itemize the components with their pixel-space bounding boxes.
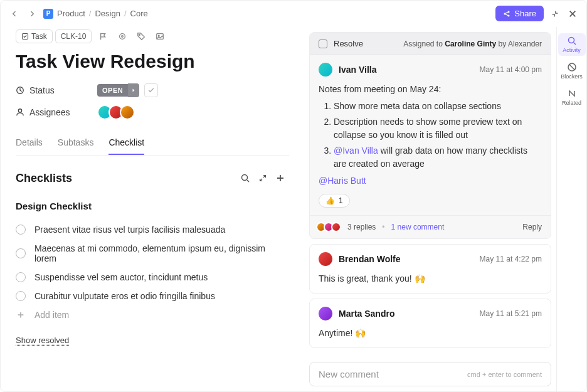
check-circle[interactable] [16,272,26,282]
mention[interactable]: @Haris Butt [319,176,366,186]
comment-time: May 11 at 4:00 pm [480,65,542,74]
check-circle[interactable] [16,291,26,301]
svg-point-4 [120,34,125,40]
resolve-checkbox[interactable] [319,40,327,48]
tab-subtasks[interactable]: Subtasks [58,131,94,155]
tab-details[interactable]: Details [16,131,43,155]
check-circle[interactable] [16,248,26,258]
svg-point-10 [18,109,21,112]
status-value[interactable]: OPEN [97,84,128,97]
svg-point-11 [242,175,248,181]
top-bar: P Product / Design / Core Share [1,1,586,27]
svg-point-8 [159,35,160,36]
tabs: Details Subtasks Checklist [16,131,289,156]
comment-author[interactable]: Brendan Wolfe [339,254,401,264]
sidebar-blockers[interactable]: Blockers [558,60,586,82]
check-circle[interactable] [16,225,26,235]
show-resolved-link[interactable]: Show resolved [16,336,69,345]
task-id-badge[interactable]: CLK-10 [55,29,92,43]
assignee-avatars[interactable] [97,105,135,120]
status-next-button[interactable] [128,83,139,97]
target-icon[interactable] [115,29,129,43]
back-button[interactable] [8,8,21,20]
sidebar-activity[interactable]: Activity [558,33,586,56]
new-comment-input[interactable]: New comment cmd + enter to comment [309,362,551,386]
comment: Brendan Wolfe May 11 at 4:22 pm This is … [309,244,551,294]
collapse-icon[interactable] [549,8,561,20]
reply-avatars[interactable] [319,222,341,232]
right-sidebar: Activity Blockers Related [556,27,586,391]
checklist-item[interactable]: Suspendisse vel sem auctor, tincidunt me… [16,268,289,287]
comment-time: May 11 at 4:22 pm [480,255,542,263]
comment-thread: Resolve Assigned to Caroline Ginty by Al… [309,32,551,239]
flag-icon[interactable] [97,29,110,43]
add-checklist-icon[interactable] [272,169,289,187]
replies-count[interactable]: 3 replies [347,223,376,231]
composer-hint: cmd + enter to comment [467,371,542,378]
status-label: Status [16,85,97,95]
main-panel: Task CLK-10 Task View Redesign Status OP… [1,27,304,391]
new-comment-badge[interactable]: 1 new comment [391,223,445,231]
breadcrumb-mid[interactable]: Design [95,9,120,18]
reply-button[interactable]: Reply [522,223,542,231]
svg-point-12 [568,38,574,43]
avatar [319,63,332,77]
sidebar-related[interactable]: Related [558,86,586,109]
avatar[interactable] [120,105,135,120]
svg-point-6 [139,34,140,36]
checklist-item[interactable]: Curabitur vulputate eros et odio fringil… [16,287,289,305]
checklist-item[interactable]: Maecenas at mi commodo, elementum ipsum … [16,239,289,268]
add-item-button[interactable]: Add item [16,305,289,324]
reaction-button[interactable]: 👍 1 [319,194,350,208]
share-button[interactable]: Share [495,6,544,21]
image-icon[interactable] [153,29,167,43]
comment-text: Anytime! 🙌 [319,327,542,340]
activity-panel: Resolve Assigned to Caroline Ginty by Al… [304,27,556,391]
share-label: Share [514,9,536,18]
breadcrumb[interactable]: P Product / Design / Core [43,9,148,19]
avatar [319,307,332,320]
comment-author[interactable]: Marta Sandro [339,309,394,319]
assigned-info: Assigned to Caroline Ginty by Alexander [403,40,542,48]
svg-point-5 [122,36,124,38]
tag-icon[interactable] [134,29,148,43]
product-icon: P [43,9,53,19]
forward-button[interactable] [26,8,38,20]
comment-time: May 11 at 5:21 pm [480,309,542,318]
checklists-title: Checklists [16,172,236,185]
breadcrumb-leaf[interactable]: Core [130,9,148,18]
comment-text: Notes from meeting on May 24: Show more … [319,83,542,188]
svg-point-2 [508,14,510,16]
tab-checklist[interactable]: Checklist [108,131,144,155]
mention[interactable]: @Ivan Villa [334,146,378,156]
resolve-label[interactable]: Resolve [334,39,363,48]
svg-point-1 [508,11,510,13]
plus-icon [16,310,26,320]
assignees-label: Assignees [16,107,97,117]
comment-text: This is great, thank you! 🙌 [319,272,542,285]
task-type-badge[interactable]: Task [16,29,53,43]
comment-author[interactable]: Ivan Villa [339,65,376,75]
status-complete-button[interactable] [144,83,158,97]
close-icon[interactable] [566,8,579,20]
expand-icon[interactable] [254,169,272,187]
page-title: Task View Redesign [16,51,289,72]
search-icon[interactable] [236,169,254,187]
avatar [319,252,332,266]
checklist-name: Design Checklist [16,201,289,211]
comment: Marta Sandro May 11 at 5:21 pm Anytime! … [309,299,551,348]
breadcrumb-root[interactable]: Product [57,9,85,18]
checklist-item[interactable]: Praesent vitae risus vel turpis facilisi… [16,220,289,239]
